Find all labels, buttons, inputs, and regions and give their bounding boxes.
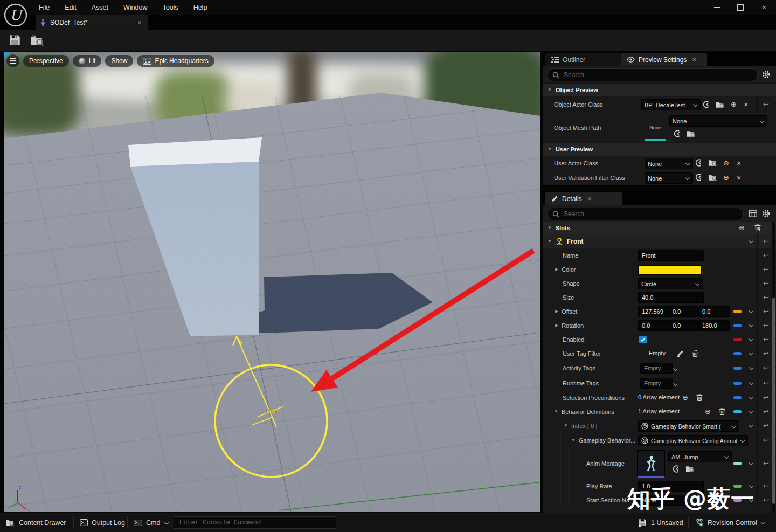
section-slots[interactable]: ▼ Slots ⊕ xyxy=(543,222,776,235)
details-close-icon[interactable]: × xyxy=(586,195,593,203)
reset-icon[interactable]: ↩ xyxy=(763,459,769,468)
tab-details[interactable]: Details × xyxy=(545,192,622,205)
tab-preview-settings[interactable]: Preview Settings × xyxy=(621,53,707,66)
expand-chevron-icon[interactable] xyxy=(749,381,753,385)
tab-outliner[interactable]: Outliner xyxy=(545,53,621,66)
expand-chevron-icon[interactable] xyxy=(749,395,753,400)
preview-settings-close-icon[interactable]: × xyxy=(690,56,698,64)
use-selected-icon[interactable] xyxy=(694,173,703,182)
rotation-x-field[interactable]: 0.0 xyxy=(638,320,669,331)
preview-scene-button[interactable]: Epic Headquarters xyxy=(137,55,214,67)
tags-dropdown-chevron[interactable] xyxy=(673,367,677,371)
reset-icon[interactable]: ↩ xyxy=(763,436,769,445)
expand-chevron-icon[interactable] xyxy=(749,461,753,466)
settings-gear-icon[interactable] xyxy=(762,70,771,79)
mesh-thumbnail[interactable]: None xyxy=(645,116,666,141)
viewport-menu-button[interactable] xyxy=(6,54,19,67)
edit-pencil-icon[interactable] xyxy=(677,350,684,357)
expand-chevron-icon[interactable] xyxy=(749,309,753,314)
cmd-selector[interactable]: Cmd xyxy=(134,513,169,532)
browse-icon[interactable] xyxy=(708,158,717,167)
asset-tab-close-icon[interactable]: × xyxy=(136,18,143,26)
anim-montage-dropdown[interactable]: AM_Jump xyxy=(668,451,732,462)
tags-dropdown-chevron[interactable] xyxy=(673,382,677,386)
plus-icon[interactable]: ⊕ xyxy=(723,174,729,181)
use-selected-icon[interactable] xyxy=(673,129,681,138)
expand-chevron-icon[interactable] xyxy=(749,239,753,244)
offset-z-field[interactable]: 0.0 xyxy=(698,306,730,317)
clear-icon[interactable]: × xyxy=(737,160,741,167)
shape-dropdown[interactable]: Circle xyxy=(638,278,703,289)
maximize-button[interactable] xyxy=(729,0,752,15)
details-search[interactable] xyxy=(548,208,744,220)
reset-icon[interactable]: ↩ xyxy=(763,349,769,358)
console-input[interactable] xyxy=(178,519,331,527)
menu-edit[interactable]: Edit xyxy=(57,4,84,11)
reset-icon[interactable]: ↩ xyxy=(763,421,769,431)
lit-mode-button[interactable]: Lit xyxy=(73,55,102,67)
expand-chevron-icon[interactable] xyxy=(749,365,753,370)
console-command-bar[interactable] xyxy=(174,516,336,529)
section-user-preview[interactable]: ▼ User Preview xyxy=(543,143,776,156)
asset-tab[interactable]: SODef_Test* × xyxy=(36,15,148,30)
menu-help[interactable]: Help xyxy=(186,4,215,11)
rotation-z-field[interactable]: 180.0 xyxy=(698,320,730,331)
delete-slots-icon[interactable] xyxy=(754,224,761,232)
menu-window[interactable]: Window xyxy=(116,4,155,11)
plus-icon[interactable]: ⊕ xyxy=(731,101,737,108)
offset-y-field[interactable]: 0.0 xyxy=(669,306,698,317)
trash-icon[interactable] xyxy=(696,394,703,402)
reset-icon[interactable]: ↩ xyxy=(763,265,769,274)
color-swatch[interactable] xyxy=(638,265,702,275)
reset-icon[interactable]: ↩ xyxy=(763,307,769,316)
browse-to-asset-button[interactable] xyxy=(30,34,44,46)
size-field[interactable]: 40.0 xyxy=(638,292,704,303)
trash-icon[interactable] xyxy=(692,350,698,357)
viewport[interactable]: z x Front Perspective Lit Show xyxy=(4,52,540,512)
activity-tags-box[interactable]: Empty xyxy=(640,363,673,374)
name-field[interactable]: Front xyxy=(638,250,704,261)
section-object-preview[interactable]: ▼ Object Preview xyxy=(543,84,776,97)
enabled-checkbox[interactable] xyxy=(639,336,647,343)
row-slot-front[interactable]: ▼ Front ↩ xyxy=(543,234,776,249)
add-element-icon[interactable]: ⊕ xyxy=(705,408,711,415)
preview-search[interactable] xyxy=(548,68,758,81)
user-actor-class-dropdown[interactable]: None xyxy=(645,158,693,169)
reset-icon[interactable]: ↩ xyxy=(763,495,769,505)
user-validation-filter-dropdown[interactable]: None xyxy=(645,172,693,184)
expand-chevron-icon[interactable] xyxy=(749,323,753,328)
clear-icon[interactable]: × xyxy=(744,101,748,108)
menu-file[interactable]: File xyxy=(31,4,57,11)
expand-chevron-icon[interactable] xyxy=(749,337,753,342)
behavior-config-dropdown[interactable]: Gameplay Behavior Config Animati xyxy=(638,435,748,446)
save-button[interactable] xyxy=(9,34,21,46)
browse-icon[interactable] xyxy=(687,129,696,137)
display-grid-icon[interactable] xyxy=(749,210,757,217)
clear-icon[interactable]: × xyxy=(737,174,741,182)
trash-icon[interactable] xyxy=(719,408,725,416)
unsaved-button[interactable]: 1 Unsaved xyxy=(638,513,683,532)
menu-asset[interactable]: Asset xyxy=(84,4,116,11)
reset-icon[interactable]: ↩ xyxy=(763,363,769,373)
add-element-icon[interactable]: ⊕ xyxy=(682,394,688,401)
use-selected-icon[interactable] xyxy=(694,158,703,167)
browse-icon[interactable] xyxy=(685,465,695,473)
object-actor-class-dropdown[interactable]: BP_DecaleTest xyxy=(641,99,701,110)
reset-icon[interactable]: ↩ xyxy=(763,251,769,260)
browse-icon[interactable] xyxy=(716,100,725,108)
rotation-y-field[interactable]: 0.0 xyxy=(669,320,698,331)
plus-icon[interactable]: ⊕ xyxy=(723,160,729,167)
reset-icon[interactable]: ↩ xyxy=(763,393,769,403)
reset-icon[interactable]: ↩ xyxy=(763,293,769,302)
behavior-class-dropdown[interactable]: Gameplay Behavior Smart ( xyxy=(638,420,739,432)
reset-icon[interactable]: ↩ xyxy=(763,335,769,344)
search-input[interactable] xyxy=(563,71,753,79)
use-selected-icon[interactable] xyxy=(702,100,710,109)
window-close-button[interactable]: × xyxy=(752,0,776,15)
expand-chevron-icon[interactable] xyxy=(749,423,753,428)
settings-gear-icon[interactable] xyxy=(762,209,771,218)
revision-control-button[interactable]: Revision Control xyxy=(695,513,766,532)
minimize-button[interactable] xyxy=(705,0,729,15)
add-slot-icon[interactable]: ⊕ xyxy=(739,224,745,231)
expand-chevron-icon[interactable] xyxy=(749,409,753,414)
